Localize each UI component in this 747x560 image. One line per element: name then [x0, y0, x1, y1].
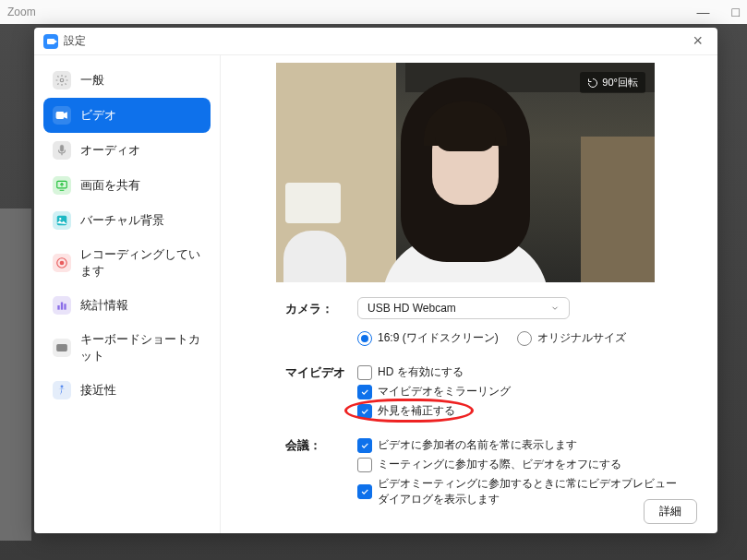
chevron-down-icon [550, 304, 560, 313]
radio-icon [357, 331, 372, 346]
settings-sidebar: 一般 ビデオ オーディオ 画面を共有 バーチャル背景 レコーディングしています [34, 55, 221, 533]
mirror-video-checkbox[interactable]: マイビデオをミラーリング [357, 384, 681, 399]
sidebar-item-label: 接近性 [80, 382, 116, 399]
sidebar-item-label: 画面を共有 [80, 177, 140, 194]
bg-window-title: Zoom [7, 6, 36, 18]
advanced-button[interactable]: 詳細 [644, 499, 697, 524]
sidebar-item-label: 一般 [80, 72, 104, 89]
sidebar-item-label: 統計情報 [80, 297, 128, 314]
dialog-title: 設定 [64, 33, 86, 49]
sidebar-item-stats[interactable]: 統計情報 [43, 288, 211, 323]
checkbox-icon [357, 365, 372, 380]
rotate-icon [587, 77, 598, 89]
audio-icon [53, 141, 71, 160]
bg-minimize-button[interactable]: — [697, 5, 710, 19]
settings-content: 90°回転 カメラ： USB HD Webcam [221, 55, 717, 533]
video-icon [53, 106, 71, 125]
aspect-16-9-radio[interactable]: 16:9 (ワイドスクリーン) [357, 330, 499, 346]
keyboard-icon [53, 339, 71, 357]
sidebar-item-keyboard[interactable]: キーボードショートカット [43, 323, 211, 373]
general-icon [53, 71, 71, 89]
sidebar-item-virtual-bg[interactable]: バーチャル背景 [43, 203, 211, 238]
sidebar-item-label: レコーディングしています [80, 246, 201, 280]
show-preview-dialog-checkbox[interactable]: ビデオミーティングに参加するときに常にビデオプレビューダイアログを表示します [357, 476, 681, 507]
sidebar-item-label: バーチャル背景 [80, 212, 164, 229]
checkbox-icon [357, 458, 372, 472]
checkbox-icon [357, 385, 372, 399]
sidebar-item-label: キーボードショートカット [80, 331, 201, 364]
aspect-original-radio[interactable]: オリジナルサイズ [517, 330, 626, 346]
sidebar-item-video[interactable]: ビデオ [43, 98, 211, 133]
sidebar-item-general[interactable]: 一般 [43, 63, 211, 98]
svg-point-0 [60, 78, 64, 82]
svg-rect-9 [64, 304, 66, 309]
sidebar-item-audio[interactable]: オーディオ [43, 133, 211, 168]
stats-icon [53, 296, 71, 315]
bg-titlebar: Zoom — □ [0, 0, 747, 24]
zoom-logo-icon [43, 34, 58, 49]
recording-icon [53, 254, 71, 272]
settings-dialog: 設定 × 一般 ビデオ オーディオ 画面を共有 バーチャル背景 [34, 28, 717, 533]
svg-point-6 [60, 261, 65, 266]
sidebar-item-label: ビデオ [80, 107, 116, 124]
camera-select[interactable]: USB HD Webcam [357, 297, 570, 319]
camera-selected-value: USB HD Webcam [367, 302, 456, 315]
svg-rect-10 [57, 345, 67, 351]
bg-maximize-button[interactable]: □ [732, 5, 740, 19]
sidebar-item-share[interactable]: 画面を共有 [43, 168, 211, 203]
svg-rect-7 [57, 305, 59, 310]
svg-rect-8 [61, 303, 63, 310]
sidebar-item-accessibility[interactable]: 接近性 [43, 373, 211, 408]
meeting-label: 会議： [285, 434, 357, 454]
show-names-checkbox[interactable]: ビデオに参加者の名前を常に表示します [357, 437, 681, 453]
accessibility-icon [53, 381, 71, 399]
svg-rect-1 [56, 113, 64, 119]
dialog-close-button[interactable]: × [687, 30, 708, 53]
checkbox-icon [357, 484, 372, 499]
sidebar-item-recording[interactable]: レコーディングしています [43, 238, 211, 288]
touch-up-appearance-checkbox[interactable]: 外見を補正する [357, 403, 681, 419]
share-screen-icon [53, 176, 71, 195]
virtual-bg-icon [53, 211, 71, 230]
checkbox-icon [357, 404, 372, 419]
video-off-on-join-checkbox[interactable]: ミーティングに参加する際、ビデオをオフにする [357, 457, 681, 472]
radio-icon [517, 331, 532, 346]
svg-point-11 [61, 385, 64, 387]
rotate-90-button[interactable]: 90°回転 [580, 72, 645, 93]
camera-label: カメラ： [285, 297, 357, 317]
camera-preview: 90°回転 [276, 63, 655, 282]
myvideo-label: マイビデオ [285, 361, 357, 381]
sidebar-item-label: オーディオ [80, 142, 140, 159]
svg-point-4 [59, 218, 61, 220]
checkbox-icon [357, 438, 372, 453]
dialog-titlebar: 設定 × [34, 28, 717, 55]
enable-hd-checkbox[interactable]: HD を有効にする [357, 364, 681, 380]
